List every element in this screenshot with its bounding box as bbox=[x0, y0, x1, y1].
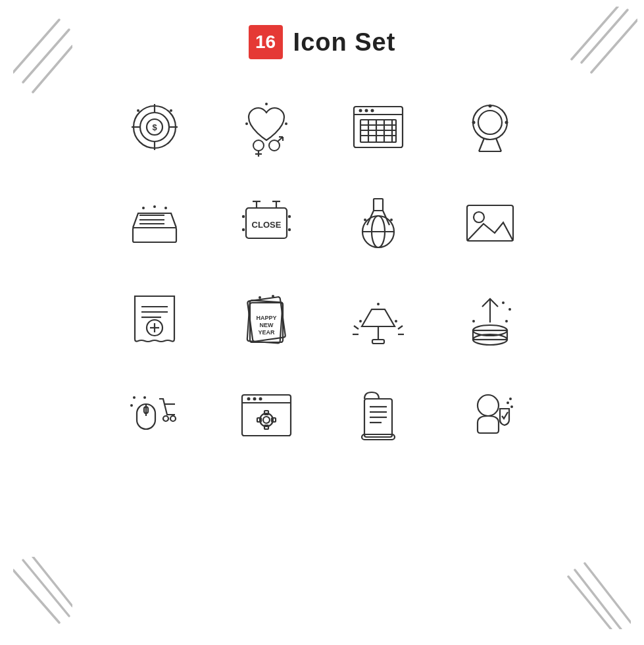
svg-point-140 bbox=[510, 405, 513, 408]
svg-point-127 bbox=[263, 417, 270, 423]
icon-cell-inbox-tray bbox=[99, 175, 211, 271]
icon-cell-close-sign: CLOSE bbox=[211, 175, 322, 271]
header-badge: 16 bbox=[249, 25, 283, 59]
svg-point-110 bbox=[508, 308, 511, 311]
svg-point-57 bbox=[142, 207, 145, 209]
svg-point-125 bbox=[259, 398, 262, 401]
svg-point-123 bbox=[247, 398, 250, 401]
icon-grid: $ bbox=[99, 79, 546, 463]
svg-rect-70 bbox=[374, 199, 383, 211]
svg-point-139 bbox=[507, 401, 509, 404]
svg-point-30 bbox=[285, 122, 287, 125]
icon-cell-medical-receipt bbox=[99, 271, 211, 367]
svg-point-22 bbox=[253, 140, 264, 151]
icon-cell-scroll-document bbox=[322, 367, 434, 463]
svg-point-120 bbox=[143, 396, 146, 399]
svg-point-34 bbox=[359, 109, 362, 113]
svg-point-46 bbox=[478, 111, 502, 134]
svg-line-11 bbox=[568, 577, 611, 629]
header: 16 Icon Set bbox=[0, 0, 644, 79]
svg-point-29 bbox=[245, 122, 248, 125]
svg-line-47 bbox=[479, 138, 484, 151]
svg-point-52 bbox=[488, 105, 491, 108]
svg-point-118 bbox=[130, 404, 133, 407]
icon-cell-gender-love bbox=[211, 79, 322, 175]
icon-cell-badge-award bbox=[434, 79, 546, 175]
svg-text:$: $ bbox=[152, 122, 157, 132]
icon-cell-mouse-cart bbox=[99, 367, 211, 463]
svg-point-76 bbox=[364, 219, 366, 221]
svg-point-36 bbox=[370, 109, 374, 113]
svg-text:HAPPY: HAPPY bbox=[256, 315, 276, 321]
svg-point-92 bbox=[259, 296, 261, 299]
svg-line-8 bbox=[33, 557, 72, 606]
svg-point-51 bbox=[505, 121, 508, 124]
svg-point-69 bbox=[287, 228, 290, 231]
svg-line-48 bbox=[496, 138, 501, 151]
svg-line-9 bbox=[585, 563, 631, 623]
svg-point-77 bbox=[390, 219, 393, 221]
svg-point-67 bbox=[287, 215, 290, 218]
icon-cell-target-dollar: $ bbox=[99, 79, 211, 175]
svg-point-93 bbox=[272, 295, 274, 297]
svg-point-35 bbox=[364, 109, 368, 113]
svg-line-10 bbox=[575, 570, 621, 629]
svg-rect-94 bbox=[372, 340, 384, 344]
svg-point-20 bbox=[137, 109, 139, 112]
icon-cell-browser-calendar bbox=[322, 79, 434, 175]
svg-point-66 bbox=[241, 215, 244, 218]
svg-line-7 bbox=[23, 560, 69, 616]
svg-point-116 bbox=[163, 416, 168, 421]
svg-text:CLOSE: CLOSE bbox=[251, 220, 281, 230]
svg-point-101 bbox=[359, 320, 362, 322]
svg-point-108 bbox=[472, 320, 475, 322]
svg-point-21 bbox=[170, 109, 172, 112]
deco-bottom-left bbox=[13, 557, 72, 632]
svg-point-141 bbox=[509, 398, 512, 400]
icon-cell-image-photo bbox=[434, 175, 546, 271]
svg-line-97 bbox=[354, 326, 359, 329]
svg-line-99 bbox=[398, 326, 403, 329]
svg-point-103 bbox=[377, 303, 380, 305]
svg-point-58 bbox=[153, 205, 156, 208]
svg-point-59 bbox=[164, 207, 167, 209]
svg-point-50 bbox=[472, 121, 475, 124]
icon-cell-globe-flask bbox=[322, 175, 434, 271]
svg-point-31 bbox=[265, 103, 268, 105]
svg-point-119 bbox=[133, 396, 136, 399]
icon-cell-data-upload bbox=[434, 271, 546, 367]
svg-point-138 bbox=[478, 395, 499, 416]
svg-point-124 bbox=[253, 398, 256, 401]
svg-rect-78 bbox=[467, 205, 513, 241]
svg-line-6 bbox=[13, 570, 59, 623]
svg-point-111 bbox=[502, 301, 505, 304]
svg-point-102 bbox=[395, 320, 397, 322]
svg-point-117 bbox=[170, 416, 176, 421]
svg-rect-53 bbox=[133, 228, 176, 242]
icon-cell-lamp-light bbox=[322, 271, 434, 367]
svg-text:YEAR: YEAR bbox=[258, 329, 275, 336]
header-title: Icon Set bbox=[293, 28, 396, 57]
icon-cell-security-head bbox=[434, 367, 546, 463]
svg-text:NEW: NEW bbox=[259, 322, 274, 328]
svg-point-109 bbox=[505, 320, 508, 322]
svg-point-79 bbox=[474, 212, 484, 222]
icon-cell-browser-settings bbox=[211, 367, 322, 463]
deco-bottom-right bbox=[558, 557, 631, 632]
icon-cell-happy-new-year: HAPPY NEW YEAR bbox=[211, 271, 322, 367]
svg-point-68 bbox=[241, 228, 244, 231]
